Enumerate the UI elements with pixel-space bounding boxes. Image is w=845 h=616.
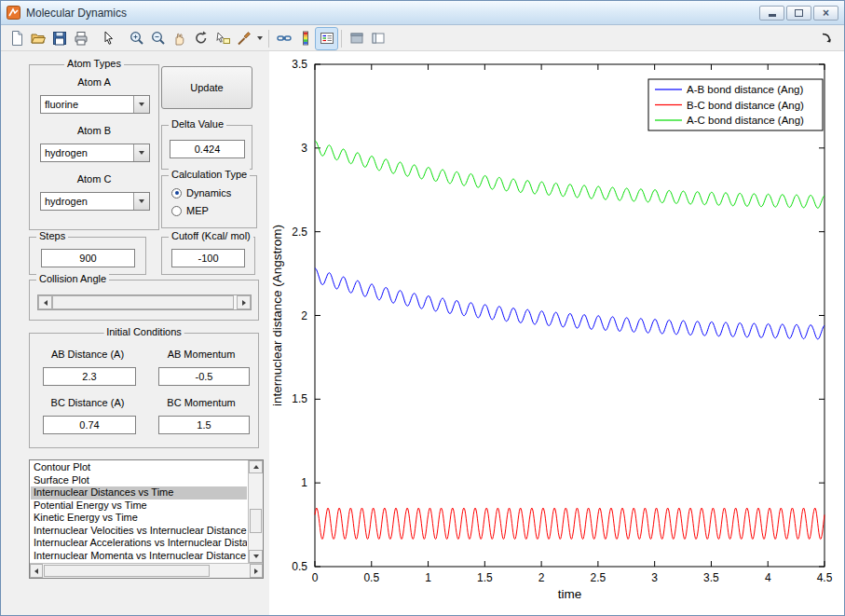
rotate-3d-icon[interactable] <box>190 28 211 49</box>
collision-angle-panel: Collision Angle <box>29 280 259 321</box>
plot-type-listbox[interactable]: Contour PlotSurface PlotInternuclear Dis… <box>29 459 264 579</box>
slider-right-arrow[interactable] <box>237 295 251 309</box>
list-item[interactable]: Internuclear Momenta vs Internuclear Dis… <box>31 550 247 563</box>
x-axis-label: time <box>558 587 582 601</box>
plot-type-list: Contour PlotSurface PlotInternuclear Dis… <box>31 461 247 562</box>
steps-field[interactable]: 900 <box>41 249 135 267</box>
insert-legend-icon[interactable] <box>316 28 337 49</box>
collision-angle-title: Collision Angle <box>36 273 109 284</box>
legend-entry: B-C bond distance (Ang) <box>687 100 804 111</box>
steps-title: Steps <box>36 230 68 241</box>
bc-distance-field[interactable]: 0.74 <box>43 416 136 434</box>
print-icon[interactable] <box>70 28 91 49</box>
scroll-up-arrow[interactable] <box>249 460 263 473</box>
data-cursor-icon[interactable] <box>211 28 233 49</box>
close-button[interactable]: × <box>813 6 838 21</box>
minimize-button[interactable] <box>759 6 784 21</box>
restore-button[interactable] <box>786 6 811 21</box>
y-tick-label: 0.5 <box>292 560 307 573</box>
horizontal-scroll-thumb[interactable] <box>44 565 210 577</box>
ab-distance-field[interactable]: 2.3 <box>43 367 136 386</box>
radio-dynamics[interactable]: Dynamics <box>171 187 231 198</box>
bc-distance-label: BC Distance (A) <box>35 397 140 408</box>
y-tick-label: 3 <box>301 142 307 155</box>
list-item[interactable]: Surface Plot <box>31 474 247 487</box>
show-plot-tools-icon[interactable] <box>367 28 388 49</box>
radio-mep-icon <box>171 206 182 216</box>
atom-a-dropdown[interactable]: fluorine <box>40 95 150 114</box>
atom-types-title: Atom Types <box>64 58 124 69</box>
toolbar-separator <box>341 30 342 48</box>
x-tick-label: 1.5 <box>477 571 493 584</box>
slider-thumb[interactable] <box>52 295 234 309</box>
listbox-horizontal-scrollbar[interactable] <box>30 563 263 578</box>
x-tick-label: 2 <box>538 571 545 584</box>
pan-hand-icon[interactable] <box>169 28 190 49</box>
toolbar-separator <box>268 30 269 48</box>
initial-conditions-panel: Initial Conditions AB Distance (A) AB Mo… <box>29 333 259 448</box>
zoom-in-icon[interactable] <box>126 28 147 49</box>
close-icon: × <box>823 7 829 19</box>
scroll-right-arrow[interactable] <box>250 564 263 578</box>
zoom-out-icon[interactable] <box>147 28 169 49</box>
atom-c-dropdown[interactable]: hydrogen <box>40 192 150 211</box>
dropdown-arrow-icon[interactable] <box>133 96 149 113</box>
steps-panel: Steps 900 <box>29 237 146 275</box>
radio-mep-label: MEP <box>186 205 209 216</box>
atom-c-label: Atom C <box>30 173 158 185</box>
hide-plot-tools-icon[interactable] <box>346 28 367 49</box>
list-item[interactable]: Potential Energy vs Time <box>31 500 247 513</box>
update-button[interactable]: Update <box>161 66 252 109</box>
delta-value-panel: Delta Value 0.424 <box>161 125 252 170</box>
brush-dropdown-arrow-icon[interactable] <box>254 28 265 49</box>
y-tick-label: 2.5 <box>292 226 307 239</box>
window-title: Molecular Dynamics <box>26 7 127 20</box>
legend-entry: A-B bond distance (Ang) <box>687 84 803 95</box>
bc-momentum-label: BC Momentum <box>149 397 253 408</box>
delta-value-title: Delta Value <box>169 118 226 130</box>
list-item[interactable]: Internuclear Accelerations vs Internucle… <box>31 537 247 550</box>
atom-a-value: fluorine <box>41 96 133 113</box>
list-item[interactable]: Kinetic Energy vs Time <box>31 512 247 525</box>
scroll-down-arrow[interactable] <box>249 550 263 563</box>
md-plot[interactable]: 00.511.522.533.544.50.511.522.533.5timei… <box>269 51 845 616</box>
atom-b-dropdown[interactable]: hydrogen <box>40 144 150 162</box>
radio-mep[interactable]: MEP <box>171 205 209 216</box>
x-tick-label: 0 <box>312 571 319 584</box>
ab-distance-label: AB Distance (A) <box>35 349 140 360</box>
x-tick-label: 1 <box>425 571 431 584</box>
initial-conditions-title: Initial Conditions <box>103 326 184 337</box>
minimize-icon <box>769 14 776 17</box>
atom-a-label: Atom A <box>30 76 158 88</box>
list-item[interactable]: Internuclear Distances vs Time <box>31 486 247 500</box>
cutoff-title: Cutoff (Kcal/ mol) <box>169 230 253 241</box>
bc-momentum-field[interactable]: 1.5 <box>158 416 250 434</box>
calculation-type-panel: Calculation Type Dynamics MEP <box>161 175 257 228</box>
slider-left-arrow[interactable] <box>38 295 52 309</box>
dropdown-arrow-icon[interactable] <box>133 193 149 210</box>
y-tick-label: 1.5 <box>292 392 307 405</box>
radio-dynamics-label: Dynamics <box>186 187 231 198</box>
app-window: Molecular Dynamics × <box>0 0 845 616</box>
link-plot-icon[interactable] <box>273 28 294 49</box>
open-folder-icon[interactable] <box>27 28 48 49</box>
dropdown-arrow-icon[interactable] <box>133 144 149 161</box>
edit-plot-pointer-icon[interactable] <box>98 28 119 49</box>
save-icon[interactable] <box>48 28 70 49</box>
cutoff-field[interactable]: -100 <box>171 249 245 267</box>
ab-momentum-field[interactable]: -0.5 <box>158 367 250 386</box>
listbox-vertical-scrollbar[interactable] <box>248 460 263 563</box>
app-icon <box>7 6 20 20</box>
scroll-left-arrow[interactable] <box>30 564 43 578</box>
delta-value-field[interactable]: 0.424 <box>170 140 245 158</box>
brush-icon[interactable] <box>233 28 254 49</box>
title-bar[interactable]: Molecular Dynamics × <box>1 1 844 25</box>
collision-angle-slider[interactable] <box>37 294 252 310</box>
vertical-scroll-thumb[interactable] <box>250 509 262 533</box>
dock-figure-icon[interactable] <box>815 28 837 49</box>
new-document-icon[interactable] <box>6 28 27 49</box>
list-item[interactable]: Contour Plot <box>31 461 247 474</box>
insert-colorbar-icon[interactable] <box>294 28 316 49</box>
list-item[interactable]: Internuclear Velocities vs Internuclear … <box>31 525 247 538</box>
x-tick-label: 2.5 <box>591 571 606 584</box>
